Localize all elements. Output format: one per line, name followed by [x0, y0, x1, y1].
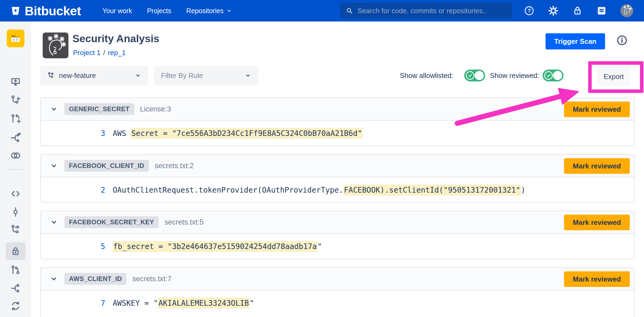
- finding-location: secrets.txt:5: [164, 218, 204, 226]
- pull-requests-icon[interactable]: [0, 265, 31, 276]
- left-sidebar: [0, 21, 31, 317]
- secret-highlight: fb_secret = "3b2e464637e5159024254dd78aa…: [113, 241, 317, 252]
- secret-highlight: FACEBOOK).setClientId("950513172001321": [343, 185, 521, 196]
- nav-link-repositories[interactable]: Repositories: [186, 7, 232, 15]
- chevron-down-icon[interactable]: [50, 219, 57, 226]
- code-snippet: 3 AWS Secret = "7ce556A3bD234Cc1Ff9E8A5C…: [41, 121, 634, 146]
- finding-header: AWS_CLIENT_ID secrets.txt:7 Mark reviewe…: [41, 268, 634, 290]
- code-snippet: 7 AWSKEY = "AKIALALEMEL33243OLIB": [41, 290, 634, 316]
- secret-highlight: Secret = "7ce556A3bD234Cc1Ff9E8A5C324C0b…: [131, 128, 363, 139]
- nav-link-your-work[interactable]: Your work: [103, 7, 132, 15]
- search-placeholder: Search for code, commits or repositories…: [357, 7, 486, 15]
- bitbucket-bucket-icon: [10, 5, 21, 16]
- code-line: fb_secret = "3b2e464637e5159024254dd78aa…: [113, 242, 322, 251]
- finding-card: FACEBOOK_SECRET_KEY secrets.txt:5 Mark r…: [40, 211, 635, 259]
- nav-link-projects[interactable]: Projects: [147, 7, 171, 15]
- pipelines-icon[interactable]: [0, 150, 31, 161]
- chevron-down-icon[interactable]: [50, 106, 57, 113]
- top-nav: Bitbucket Your work Projects Repositorie…: [0, 0, 644, 21]
- mark-reviewed-button[interactable]: Mark reviewed: [564, 158, 630, 174]
- finding-header: GENERIC_SECRET License:3 Mark reviewed: [41, 98, 634, 121]
- rule-filter-placeholder: Filter By Rule: [161, 71, 240, 80]
- finding-location: License:3: [140, 105, 171, 113]
- inbox-icon[interactable]: [596, 5, 607, 16]
- finding-location: secrets.txt:7: [132, 275, 171, 283]
- show-reviewed-label: Show reviewed:: [490, 70, 539, 81]
- lock-icon[interactable]: [572, 5, 583, 16]
- sync-icon[interactable]: [0, 300, 31, 312]
- finding-header: FACEBOOK_CLIENT_ID secrets.txt:2 Mark re…: [41, 155, 634, 177]
- finding-card: GENERIC_SECRET License:3 Mark reviewed 3…: [40, 98, 635, 146]
- mark-reviewed-button[interactable]: Mark reviewed: [564, 271, 630, 287]
- breadcrumb: Project 1/rep_1: [73, 49, 126, 57]
- chevron-down-icon[interactable]: [50, 275, 57, 282]
- nav-icon-group: ?: [524, 4, 633, 17]
- commits-icon[interactable]: [0, 206, 31, 218]
- secret-highlight: AKIALALEMEL33243OLIB: [158, 298, 250, 309]
- security-lock-icon[interactable]: [0, 242, 31, 260]
- search-icon: [346, 7, 353, 15]
- check-icon: [466, 71, 474, 80]
- code-snippet: 5 fb_secret = "3b2e464637e5159024254dd78…: [41, 234, 634, 259]
- chevron-down-icon: [245, 72, 251, 79]
- rule-filter-selector[interactable]: Filter By Rule: [154, 66, 258, 85]
- compare-icon[interactable]: [0, 132, 31, 143]
- finding-location: secrets.txt:2: [155, 162, 194, 170]
- bitbucket-security-analysis-page: Bitbucket Your work Projects Repositorie…: [0, 0, 644, 317]
- export-button[interactable]: Export: [597, 67, 630, 86]
- user-avatar[interactable]: [620, 4, 633, 17]
- rule-badge: FACEBOOK_SECRET_KEY: [64, 216, 159, 228]
- create-pull-request-icon[interactable]: [0, 113, 31, 125]
- create-branch-icon[interactable]: [0, 95, 31, 106]
- show-allowlisted-toggle[interactable]: [464, 70, 485, 81]
- toggle-knob: [475, 71, 484, 80]
- rule-badge: AWS_CLIENT_ID: [64, 273, 126, 285]
- project-avatar: [43, 33, 68, 58]
- info-icon[interactable]: [616, 35, 628, 47]
- svg-text:?: ?: [528, 8, 531, 14]
- bitbucket-logo[interactable]: Bitbucket: [10, 3, 81, 18]
- breadcrumb-repo-link[interactable]: rep_1: [108, 49, 126, 57]
- breadcrumb-project-link[interactable]: Project 1: [73, 49, 101, 57]
- source-icon[interactable]: [0, 188, 31, 199]
- branch-icon: [47, 72, 55, 79]
- search-input[interactable]: Search for code, commits or repositories…: [340, 3, 512, 19]
- mark-reviewed-button[interactable]: Mark reviewed: [564, 215, 630, 230]
- line-number: 7: [41, 299, 105, 308]
- breadcrumb-separator: /: [101, 49, 108, 57]
- clone-icon[interactable]: [0, 76, 31, 88]
- mark-reviewed-button[interactable]: Mark reviewed: [564, 102, 630, 117]
- gear-icon[interactable]: [548, 5, 559, 16]
- code-line: AWSKEY = "AKIALALEMEL33243OLIB": [113, 299, 254, 308]
- check-icon: [544, 71, 553, 80]
- repo-avatar[interactable]: [0, 30, 31, 47]
- chevron-down-icon[interactable]: [50, 162, 57, 169]
- line-number: 2: [41, 186, 105, 194]
- page-title: Security Analysis: [72, 33, 159, 45]
- line-number: 5: [41, 242, 105, 251]
- branch-selector-value: new-feature: [59, 71, 130, 80]
- active-item-background: [6, 242, 25, 260]
- help-icon[interactable]: ?: [524, 5, 535, 16]
- rule-badge: GENERIC_SECRET: [64, 103, 134, 115]
- code-snippet: 2 OAuthClientRequest.tokenProvider(OAuth…: [41, 177, 634, 203]
- show-reviewed-toggle[interactable]: [543, 70, 564, 81]
- brand-wordmark: Bitbucket: [25, 3, 81, 18]
- finding-card: AWS_CLIENT_ID secrets.txt:7 Mark reviewe…: [40, 267, 635, 317]
- branch-selector[interactable]: new-feature: [40, 66, 148, 85]
- sidebar-divider: [8, 169, 23, 170]
- show-allowlisted-label: Show allowlisted:: [400, 70, 453, 81]
- nav-links: Your work Projects Repositories: [103, 7, 232, 15]
- rule-badge: FACEBOOK_CLIENT_ID: [64, 160, 149, 172]
- forks-icon[interactable]: [0, 283, 31, 294]
- branches-icon[interactable]: [0, 224, 31, 235]
- chevron-down-icon: [135, 72, 141, 79]
- trigger-scan-button[interactable]: Trigger Scan: [546, 33, 605, 49]
- finding-header: FACEBOOK_SECRET_KEY secrets.txt:5 Mark r…: [41, 211, 634, 234]
- chevron-down-icon: [226, 8, 232, 14]
- line-number: 3: [41, 129, 105, 138]
- code-line: OAuthClientRequest.tokenProvider(OAuthPr…: [113, 186, 525, 194]
- code-line: AWS Secret = "7ce556A3bD234Cc1Ff9E8A5C32…: [113, 129, 363, 138]
- finding-card: FACEBOOK_CLIENT_ID secrets.txt:2 Mark re…: [40, 154, 635, 203]
- toggle-knob: [553, 71, 562, 80]
